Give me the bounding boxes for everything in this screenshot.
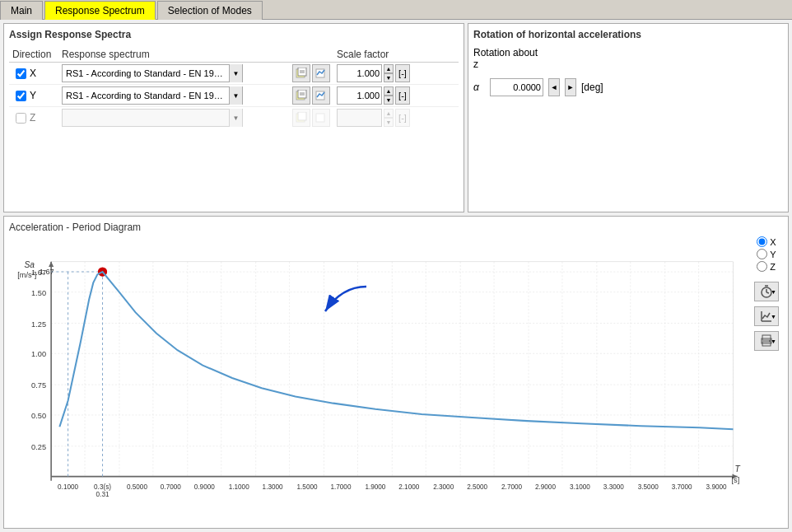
spectrum-y-icon2[interactable] <box>312 86 330 105</box>
svg-text:1.5000: 1.5000 <box>297 483 318 491</box>
svg-text:0.31: 0.31 <box>96 491 109 498</box>
svg-rect-89 <box>762 335 771 340</box>
timer-icon-btn[interactable]: ▼ <box>754 282 779 301</box>
svg-text:0.7000: 0.7000 <box>161 483 181 491</box>
chart-panel: Acceleration - Period Diagram <box>3 216 789 529</box>
scale-x-input[interactable] <box>337 64 382 82</box>
scale-x-cell: ▲ ▼ [-] <box>337 64 455 82</box>
svg-text:2.3000: 2.3000 <box>433 483 454 491</box>
print-dropdown-arrow: ▼ <box>771 338 776 344</box>
spectrum-y-arrow[interactable]: ▼ <box>229 86 242 105</box>
col-direction: Direction <box>9 47 58 63</box>
checkbox-z[interactable] <box>16 113 26 124</box>
spectrum-y-text: RS1 - According to Standard - EN 1998-1 … <box>63 91 229 100</box>
tab-bar: Main Response Spectrum Selection of Mode… <box>0 0 792 20</box>
table-row: Z ▼ <box>9 107 459 129</box>
svg-text:3.1000: 3.1000 <box>570 483 590 491</box>
radio-z-item[interactable]: Z <box>757 261 776 272</box>
svg-text:2.1000: 2.1000 <box>398 483 419 491</box>
radio-z-label: Z <box>770 262 776 272</box>
checkbox-y[interactable] <box>16 91 26 101</box>
alpha-right-btn[interactable]: ► <box>565 78 576 96</box>
rotation-about-z-row: Rotation about z <box>473 47 783 70</box>
svg-text:0.1000: 0.1000 <box>58 483 78 491</box>
direction-radio-group: X Y Z <box>757 236 776 272</box>
svg-rect-11 <box>298 112 306 120</box>
direction-y-cell: Y <box>12 87 55 104</box>
svg-rect-12 <box>316 114 324 122</box>
spectrum-y-dropdown[interactable]: RS1 - According to Standard - EN 1998-1 … <box>62 86 243 105</box>
chart-area: Sa [m/s²] T [s] 0.25 0.50 0.75 1.00 1.25… <box>9 236 783 523</box>
scale-z-down: ▼ <box>384 118 394 127</box>
spectrum-z-icon1 <box>292 109 310 127</box>
tab-response-spectrum[interactable]: Response Spectrum <box>44 1 156 20</box>
alpha-left-btn[interactable]: ◄ <box>548 78 560 96</box>
radio-y-label: Y <box>770 250 776 259</box>
radio-z[interactable] <box>757 261 767 272</box>
assign-panel-title: Assign Response Spectra <box>9 29 459 40</box>
svg-text:3.5000: 3.5000 <box>638 483 659 491</box>
svg-text:1.3000: 1.3000 <box>263 483 283 491</box>
spectrum-x-icon1[interactable] <box>292 64 310 82</box>
direction-z-label: Z <box>30 112 35 124</box>
svg-text:0.5000: 0.5000 <box>127 483 147 491</box>
svg-rect-6 <box>298 90 306 98</box>
radio-y-item[interactable]: Y <box>757 249 776 259</box>
svg-text:1.00: 1.00 <box>31 350 46 358</box>
scale-y-minus[interactable]: [-] <box>395 86 410 105</box>
chart-title: Acceleration - Period Diagram <box>9 222 783 233</box>
scale-y-cell: ▲ ▼ [-] <box>337 86 455 105</box>
spectrum-x-dropdown[interactable]: RS1 - According to Standard - EN 1998-1 … <box>62 64 243 82</box>
top-panel: Assign Response Spectra Direction Respon… <box>3 23 789 212</box>
svg-text:0.25: 0.25 <box>31 443 46 451</box>
svg-text:1.7000: 1.7000 <box>330 483 351 491</box>
radio-x[interactable] <box>757 236 767 247</box>
alpha-input[interactable] <box>490 78 543 96</box>
assign-response-spectra-panel: Assign Response Spectra Direction Respon… <box>3 23 464 212</box>
print-icon-btn[interactable]: ▼ <box>754 331 779 351</box>
tab-main[interactable]: Main <box>0 1 43 20</box>
table-row: Y RS1 - According to Standard - EN 1998-… <box>9 85 459 107</box>
scale-x-up[interactable]: ▲ <box>384 64 394 73</box>
svg-rect-1 <box>298 68 306 76</box>
main-content: Assign Response Spectra Direction Respon… <box>0 20 792 532</box>
svg-text:0.9000: 0.9000 <box>194 483 215 491</box>
direction-z-cell: Z <box>12 110 55 126</box>
rotation-about-label: Rotation about z <box>473 47 539 70</box>
scale-z-up: ▲ <box>384 109 394 118</box>
tab-selection-modes[interactable]: Selection of Modes <box>157 1 263 20</box>
radio-x-item[interactable]: X <box>757 236 776 247</box>
spectrum-y-icon1[interactable] <box>292 86 310 105</box>
rotation-panel-title: Rotation of horizontal accelerations <box>473 29 783 40</box>
rotation-panel: Rotation of horizontal accelerations Rot… <box>468 23 789 212</box>
scale-x-minus[interactable]: [-] <box>395 64 410 82</box>
scale-y-input[interactable] <box>337 86 382 105</box>
svg-rect-9 <box>316 91 324 100</box>
svg-text:1.1000: 1.1000 <box>229 483 249 491</box>
svg-text:2.7000: 2.7000 <box>501 483 522 491</box>
scale-z-cell: ▲ ▼ [-] <box>337 109 455 127</box>
svg-text:3.3000: 3.3000 <box>603 483 624 491</box>
timer-dropdown-arrow: ▼ <box>771 289 776 295</box>
svg-text:1.9000: 1.9000 <box>365 483 385 491</box>
scale-y-down[interactable]: ▼ <box>384 96 394 105</box>
svg-text:1.50: 1.50 <box>31 289 46 297</box>
svg-line-85 <box>766 292 769 293</box>
checkbox-x[interactable] <box>16 68 26 79</box>
spectrum-x-icon2[interactable] <box>312 64 330 82</box>
chart-icon-btn[interactable]: ▼ <box>754 306 779 326</box>
chart-sidebar: X Y Z ▼ ▼ <box>750 236 783 523</box>
spectrum-x-arrow[interactable]: ▼ <box>229 64 242 82</box>
svg-text:3.7000: 3.7000 <box>672 483 692 491</box>
svg-text:1.25: 1.25 <box>31 320 46 329</box>
svg-text:3.9000: 3.9000 <box>706 483 727 491</box>
scale-x-down[interactable]: ▼ <box>384 73 394 82</box>
spectrum-z-icon2 <box>312 109 330 127</box>
radio-y[interactable] <box>757 249 767 259</box>
svg-text:1.67: 1.67 <box>40 268 54 276</box>
chart-svg: Sa [m/s²] T [s] 0.25 0.50 0.75 1.00 1.25… <box>9 236 750 523</box>
direction-x-cell: X <box>12 65 55 82</box>
direction-y-label: Y <box>30 90 36 101</box>
scale-y-up[interactable]: ▲ <box>384 86 394 96</box>
col-scale-factor: Scale factor <box>333 47 459 63</box>
